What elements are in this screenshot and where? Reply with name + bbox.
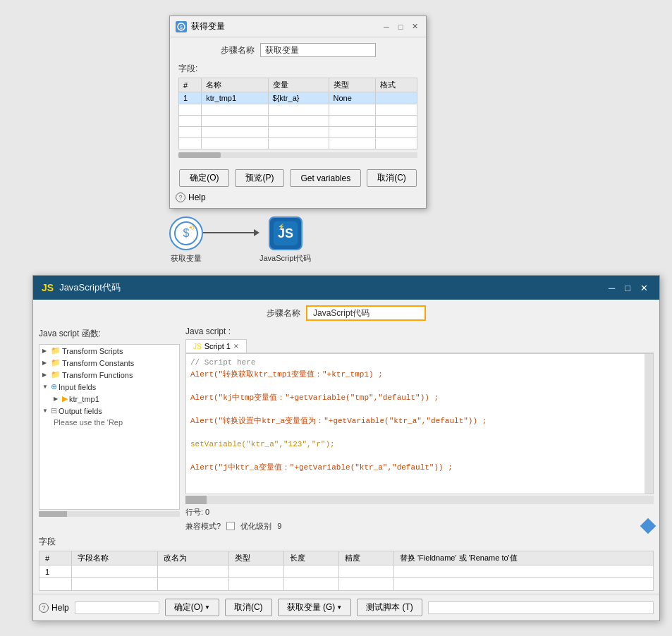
compat-checkbox[interactable] <box>226 522 235 530</box>
fields-cell-name <box>72 565 158 578</box>
cancel-button[interactable]: 取消(C) <box>367 169 417 187</box>
script-line <box>190 403 649 415</box>
tree-item-ktr-tmp1[interactable]: ▶ ▶ ktr_tmp1 <box>39 393 179 405</box>
script-line <box>190 380 649 392</box>
script-line: Alert("kj中tmp变量值："+getVariable("tmp","de… <box>190 392 649 404</box>
node-get-variable-label: 获取变量 <box>171 253 202 264</box>
main-cancel-button[interactable]: 取消(C) <box>225 599 272 616</box>
tree-arrow: ▶ <box>42 372 49 378</box>
test-script-button[interactable]: 测试脚本 (T) <box>357 599 422 616</box>
tree-arrow: ▼ <box>42 408 49 414</box>
top-dialog-minimize[interactable]: ─ <box>381 21 392 32</box>
tree-arrow: ▼ <box>42 384 49 390</box>
tree-item-transform-constants[interactable]: ▶ 📁 Transform Constants <box>39 357 179 369</box>
top-dialog-close[interactable]: ✕ <box>409 21 420 32</box>
cell-format <box>375 92 417 104</box>
left-scrollbar[interactable] <box>39 511 180 517</box>
script-line <box>190 450 649 462</box>
tree-item-transform-functions[interactable]: ▶ 📁 Transform Functions <box>39 369 179 381</box>
node-get-variable[interactable]: $ ⟲ 获取变量 <box>169 216 203 264</box>
tree-item-output-fields[interactable]: ▼ ⊟ Output fields <box>39 405 179 417</box>
bottom-right-input[interactable] <box>428 601 654 614</box>
col-format: 格式 <box>375 78 417 92</box>
fields-table: # 字段名称 改名为 类型 长度 精度 替换 'Fieldname' 或 'Re… <box>39 551 654 591</box>
compat-row: 兼容模式? 优化级别 9 <box>185 519 654 533</box>
help-icon-bottom[interactable]: ? <box>39 603 49 613</box>
tree-label: Transform Scripts <box>62 347 123 355</box>
main-body: Java script 函数: ▶ 📁 Transform Scripts ▶ … <box>33 326 659 536</box>
fields-cell-num: 1 <box>39 565 72 578</box>
top-dialog-title-left: $ 获得变量 <box>176 20 225 32</box>
main-confirm-label: 确定(O) <box>174 601 203 613</box>
field-icon: ▶ <box>62 394 68 403</box>
top-dialog-controls: ─ □ ✕ <box>381 21 420 32</box>
preview-button[interactable]: 预览(P) <box>235 169 284 187</box>
node-javascript-label: JavaScript代码 <box>259 253 311 264</box>
script-editor[interactable]: // Script here Alert("转换获取ktr_tmp1变量值："+… <box>185 353 654 494</box>
svg-text:⟲: ⟲ <box>189 224 195 231</box>
table-row[interactable]: 1 ktr_tmp1 ${ktr_a} None <box>179 92 417 104</box>
cell-name: ktr_tmp1 <box>202 92 268 104</box>
col-type: 类型 <box>329 78 375 92</box>
tree-label: Transform Functions <box>62 371 133 379</box>
svg-text:$: $ <box>180 25 183 30</box>
cell-variable: ${ktr_a} <box>268 92 329 104</box>
main-titlebar-controls: ─ □ ✕ <box>606 283 651 293</box>
table-row <box>179 116 417 127</box>
get-variables-main-button[interactable]: 获取变量 (G) ▼ <box>278 599 352 616</box>
help-icon[interactable]: ? <box>176 192 185 202</box>
step-name-input[interactable] <box>260 43 376 57</box>
main-maximize-button[interactable]: □ <box>622 283 633 293</box>
top-dialog-icon: $ <box>176 21 187 32</box>
bottom-search-input[interactable] <box>75 601 159 614</box>
main-close-button[interactable]: ✕ <box>637 283 651 293</box>
left-panel-label: Java script 函数: <box>39 326 180 341</box>
line-info-row: 行号: 0 <box>185 504 654 519</box>
folder-icon: 📁 <box>51 370 61 379</box>
arrow-connector <box>203 229 259 236</box>
tree-area: ▶ 📁 Transform Scripts ▶ 📁 Transform Cons… <box>39 344 180 510</box>
top-dialog-maximize[interactable]: □ <box>395 21 406 32</box>
tree-item-please-use: Please use the 'Rep <box>39 417 179 428</box>
fields-label: 字段: <box>178 63 417 75</box>
get-variables-button[interactable]: Get variables <box>290 169 361 187</box>
main-confirm-button[interactable]: 确定(O) ▼ <box>165 599 219 616</box>
fields-table-row[interactable]: 1 <box>39 565 654 578</box>
script-line: // Script here <box>190 357 649 369</box>
tree-item-input-fields[interactable]: ▼ ⊕ Input fields <box>39 381 179 393</box>
script-scrollbar-h[interactable] <box>185 496 654 504</box>
script-scrollbar-v[interactable] <box>644 354 653 494</box>
help-label-bottom: Help <box>51 603 69 613</box>
tree-arrow: ▶ <box>42 348 49 354</box>
top-dialog-titlebar: $ 获得变量 ─ □ ✕ <box>170 16 426 37</box>
get-variable-icon: $ ⟲ <box>169 216 203 250</box>
script-tab-close[interactable]: ✕ <box>233 343 239 350</box>
table-row <box>179 104 417 116</box>
right-panel: Java script : JS Script 1 ✕ // Script he… <box>185 326 654 533</box>
table-row <box>179 138 417 149</box>
main-minimize-button[interactable]: ─ <box>606 283 618 293</box>
help-bottom[interactable]: ? Help <box>39 603 69 613</box>
script-tab-1[interactable]: JS Script 1 ✕ <box>185 339 247 353</box>
tree-arrow: ▶ <box>42 360 49 366</box>
tree-arrow: ▶ <box>54 396 61 402</box>
script-line: Alert("转换设置中ktr_a变量值为："+getVariable("ktr… <box>190 415 649 427</box>
confirm-button[interactable]: 确定(O) <box>179 169 229 187</box>
optimize-value: 9 <box>277 522 281 530</box>
col-num: # <box>179 78 202 92</box>
fields-col-name: 字段名称 <box>72 551 158 565</box>
main-step-label: 步骤名称 <box>267 307 300 319</box>
tree-item-transform-scripts[interactable]: ▶ 📁 Transform Scripts <box>39 345 179 357</box>
tree-label: Output fields <box>59 407 102 415</box>
fields-col-num: # <box>39 551 72 565</box>
get-variables-main-label: 获取变量 (G) <box>287 601 336 613</box>
node-javascript[interactable]: JS ⚡ JavaScript代码 <box>259 216 311 264</box>
main-step-row: 步骤名称 <box>33 300 659 326</box>
main-step-input[interactable] <box>306 305 426 321</box>
main-titlebar-left: JS JavaScript代码 <box>42 281 121 294</box>
left-panel: Java script 函数: ▶ 📁 Transform Scripts ▶ … <box>39 326 180 533</box>
fields-cell-type <box>228 565 283 578</box>
table-scrollbar[interactable] <box>178 152 417 158</box>
top-dialog-title: 获得变量 <box>191 20 225 32</box>
help-label[interactable]: Help <box>188 192 206 202</box>
